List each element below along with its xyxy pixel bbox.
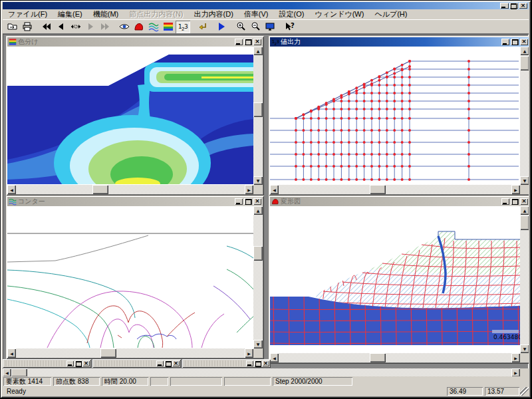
minimize-button[interactable] bbox=[235, 39, 243, 45]
app-maximize-button[interactable] bbox=[509, 3, 518, 9]
vertical-scrollbar[interactable]: ▲▼ bbox=[520, 206, 529, 353]
scroll-thumb[interactable] bbox=[520, 215, 529, 230]
close-button[interactable]: × bbox=[253, 198, 261, 205]
scroll-right-button[interactable]: ▶ bbox=[245, 185, 253, 194]
minimized-window-2[interactable]: × bbox=[92, 359, 181, 368]
scroll-thumb[interactable] bbox=[92, 185, 108, 194]
close-button[interactable]: × bbox=[172, 360, 180, 366]
prev-step-button[interactable] bbox=[54, 21, 68, 33]
close-button[interactable]: × bbox=[520, 198, 528, 205]
scroll-up-button[interactable]: ▲ bbox=[253, 206, 263, 215]
minimize-button[interactable] bbox=[501, 39, 509, 45]
scroll-down-button[interactable]: ▼ bbox=[253, 176, 263, 185]
scroll-down-button[interactable]: ▼ bbox=[520, 344, 529, 353]
scroll-thumb[interactable] bbox=[253, 102, 263, 117]
open-button[interactable] bbox=[5, 21, 20, 33]
menu-item-8[interactable]: ウィンドウ(W) bbox=[309, 9, 369, 19]
menu-item-7[interactable]: 設定(O) bbox=[273, 9, 309, 19]
scrollbar-corner bbox=[520, 353, 529, 362]
horizontal-scrollbar[interactable]: ◀▶ bbox=[7, 185, 253, 194]
values-icon: 123 bbox=[271, 38, 279, 46]
maximize-button[interactable] bbox=[511, 39, 519, 45]
minimized-window-3[interactable]: × bbox=[182, 359, 271, 368]
scroll-down-button[interactable]: ▼ bbox=[520, 176, 529, 185]
colorfill-button[interactable] bbox=[132, 21, 146, 33]
minimize-button[interactable] bbox=[501, 198, 509, 205]
capture-button[interactable] bbox=[263, 21, 277, 33]
window-contour-titlebar[interactable]: コンター × bbox=[7, 197, 263, 206]
help-icon: ? bbox=[284, 21, 295, 32]
minimize-button[interactable] bbox=[235, 198, 243, 205]
scroll-thumb[interactable] bbox=[100, 348, 116, 358]
vertical-scrollbar[interactable]: ▲▼ bbox=[520, 47, 529, 185]
animation-button[interactable] bbox=[68, 21, 83, 33]
scroll-left-button[interactable]: ◀ bbox=[7, 348, 16, 358]
scroll-right-button[interactable]: ▶ bbox=[511, 353, 520, 362]
status-ready: Ready bbox=[3, 388, 447, 395]
vertical-scrollbar[interactable]: ▲▼ bbox=[253, 206, 263, 348]
menu-item-4: 節点出力内容(N) bbox=[124, 9, 188, 19]
maximize-button[interactable] bbox=[254, 360, 261, 366]
scroll-down-button[interactable]: ▼ bbox=[253, 340, 263, 348]
app-close-button[interactable]: × bbox=[519, 3, 527, 9]
menu-item-6[interactable]: 倍率(V) bbox=[239, 9, 274, 19]
maximize-button[interactable] bbox=[244, 39, 252, 45]
scroll-left-button[interactable]: ◀ bbox=[270, 353, 279, 362]
scroll-right-button[interactable]: ▶ bbox=[245, 348, 253, 358]
first-step-button[interactable] bbox=[39, 21, 54, 33]
menu-item-2[interactable]: 編集(E) bbox=[53, 9, 88, 19]
app-titlebar[interactable]: × bbox=[3, 2, 529, 9]
status-field-1: 要素数 1414 bbox=[3, 377, 51, 386]
menu-item-1[interactable]: ファイル(F) bbox=[3, 9, 53, 19]
close-button[interactable]: × bbox=[253, 39, 261, 45]
values-button[interactable]: 123 bbox=[176, 21, 190, 33]
window-deform-titlebar[interactable]: 変形図 × bbox=[270, 197, 529, 206]
scroll-thumb[interactable] bbox=[370, 353, 386, 362]
scroll-thumb[interactable] bbox=[253, 246, 263, 261]
reset-button[interactable] bbox=[195, 21, 209, 33]
zoom-in-button[interactable] bbox=[233, 21, 248, 33]
status-bar: Ready 36.49 13.57 bbox=[3, 386, 529, 396]
window-values-titlebar[interactable]: 123 値出力 × bbox=[270, 37, 529, 47]
menu-item-3[interactable]: 機能(M) bbox=[88, 9, 124, 19]
horizontal-scrollbar[interactable]: ◀▶ bbox=[270, 353, 520, 362]
horizontal-scrollbar[interactable]: ◀▶ bbox=[7, 348, 253, 358]
scroll-thumb[interactable] bbox=[520, 56, 529, 70]
window-colorfill-titlebar[interactable]: 色分け × bbox=[7, 37, 263, 47]
maximize-button[interactable] bbox=[244, 198, 252, 205]
zoom-out-button[interactable] bbox=[248, 21, 263, 33]
resize-grip[interactable] bbox=[520, 387, 529, 396]
bands-button[interactable] bbox=[161, 21, 176, 33]
close-button[interactable]: × bbox=[520, 39, 528, 45]
scroll-up-button[interactable]: ▲ bbox=[520, 206, 529, 215]
minimize-button[interactable] bbox=[246, 360, 253, 366]
scroll-up-button[interactable]: ▲ bbox=[253, 47, 263, 55]
app-minimize-button[interactable] bbox=[500, 3, 509, 9]
vertical-scrollbar[interactable]: ▲▼ bbox=[253, 47, 263, 185]
scrollbar-corner bbox=[253, 348, 263, 358]
status-field-3: 時間 20.00 bbox=[102, 377, 148, 386]
colorfill-icon bbox=[271, 198, 279, 205]
minimized-window-1[interactable]: × bbox=[3, 359, 91, 368]
screen: × ファイル(F)編集(E)機能(M)節点出力内容(N)出力内容(D)倍率(V)… bbox=[0, 0, 532, 399]
maximize-button[interactable] bbox=[164, 360, 172, 366]
maximize-button[interactable] bbox=[511, 198, 519, 205]
scroll-thumb[interactable] bbox=[370, 185, 386, 194]
scroll-up-button[interactable]: ▲ bbox=[520, 47, 529, 55]
play-button[interactable] bbox=[214, 21, 229, 33]
scroll-right-button[interactable]: ▶ bbox=[511, 185, 520, 194]
horizontal-scrollbar[interactable]: ◀▶ bbox=[270, 185, 520, 194]
close-button[interactable]: × bbox=[262, 360, 269, 366]
print-button[interactable] bbox=[20, 21, 35, 33]
minimize-button[interactable] bbox=[156, 360, 164, 366]
menu-item-9[interactable]: ヘルプ(H) bbox=[369, 9, 412, 19]
minimize-button[interactable] bbox=[66, 360, 74, 366]
scroll-left-button[interactable]: ◀ bbox=[270, 185, 279, 194]
maximize-button[interactable] bbox=[74, 360, 82, 366]
menu-item-5[interactable]: 出力内容(D) bbox=[189, 9, 239, 19]
close-button[interactable]: × bbox=[82, 360, 90, 366]
view-button[interactable] bbox=[117, 21, 132, 33]
help-button[interactable]: ? bbox=[282, 21, 297, 33]
contour-button[interactable] bbox=[146, 21, 161, 33]
scroll-left-button[interactable]: ◀ bbox=[7, 185, 16, 194]
